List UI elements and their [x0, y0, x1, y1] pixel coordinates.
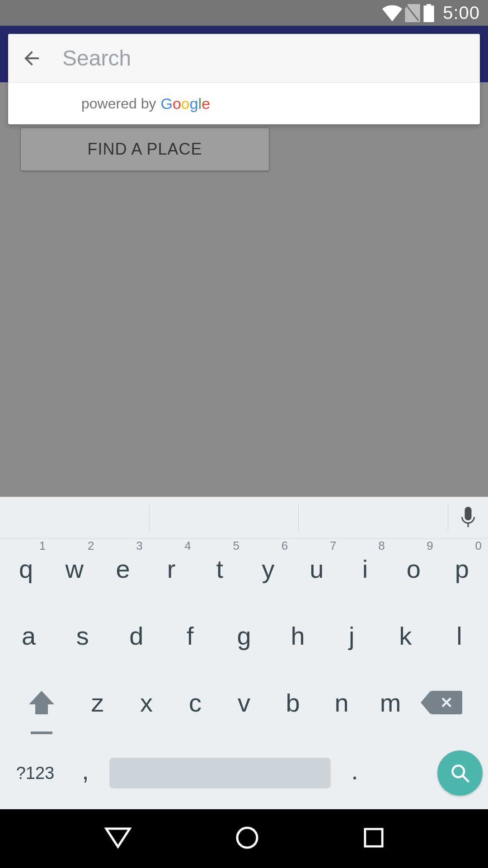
microphone-icon: [460, 507, 476, 528]
recents-nav-button[interactable]: [363, 827, 384, 850]
key-k[interactable]: k: [379, 610, 432, 661]
key-f[interactable]: f: [163, 610, 217, 661]
shift-key[interactable]: [10, 677, 73, 728]
key-w[interactable]: 2w: [50, 543, 99, 594]
navigation-bar: [0, 809, 488, 868]
key-v[interactable]: v: [220, 677, 268, 728]
key-g[interactable]: g: [217, 610, 271, 661]
square-icon: [363, 827, 384, 848]
circle-icon: [235, 826, 259, 849]
powered-by-row: powered by Google: [8, 83, 480, 124]
backspace-key[interactable]: ✕: [415, 677, 478, 728]
shift-icon: [29, 691, 54, 714]
status-time: 5:00: [443, 3, 480, 23]
key-t[interactable]: 5t: [196, 543, 244, 594]
key-o[interactable]: 9o: [389, 543, 438, 594]
back-button[interactable]: [19, 46, 44, 71]
back-nav-button[interactable]: [104, 827, 131, 850]
suggestion-slot-2[interactable]: [150, 505, 299, 530]
home-nav-button[interactable]: [235, 826, 259, 851]
svg-rect-4: [365, 829, 382, 846]
symbols-key[interactable]: ?123: [5, 764, 65, 783]
status-bar: 5:00: [0, 0, 488, 26]
key-l[interactable]: l: [432, 610, 486, 661]
key-u[interactable]: 7u: [292, 543, 341, 594]
key-row-4: ?123 , .: [0, 744, 488, 802]
key-j[interactable]: j: [325, 610, 379, 661]
key-c[interactable]: c: [171, 677, 220, 728]
suggestion-slot-1[interactable]: [0, 505, 150, 530]
key-n[interactable]: n: [317, 677, 366, 728]
key-z[interactable]: z: [73, 677, 122, 728]
find-place-button[interactable]: FIND A PLACE: [20, 127, 269, 171]
key-x[interactable]: x: [122, 677, 171, 728]
key-q[interactable]: 1q: [2, 543, 50, 594]
key-row-2: asdfghjkl: [2, 610, 486, 661]
arrow-back-icon: [21, 47, 42, 69]
key-row-1: 1q2w3e4r5t6y7u8i9o0p: [2, 543, 486, 594]
period-key[interactable]: .: [334, 756, 375, 791]
battery-icon: [423, 4, 435, 22]
keyboard: 1q2w3e4r5t6y7u8i9o0p asdfghjkl zxcvbnm ✕…: [0, 497, 488, 809]
google-logo: Google: [160, 95, 210, 113]
key-p[interactable]: 0p: [438, 543, 486, 594]
search-input[interactable]: [62, 46, 469, 71]
svg-point-3: [237, 828, 257, 848]
comma-key[interactable]: ,: [65, 756, 106, 791]
key-e[interactable]: 3e: [99, 543, 147, 594]
key-h[interactable]: h: [271, 610, 325, 661]
search-action-key[interactable]: [437, 750, 483, 796]
key-b[interactable]: b: [268, 677, 317, 728]
suggestion-bar: [0, 497, 488, 539]
search-overlay: powered by Google: [8, 34, 480, 124]
voice-input-button[interactable]: [448, 507, 488, 528]
space-key[interactable]: [109, 758, 331, 788]
backspace-icon: ✕: [431, 691, 462, 714]
key-i[interactable]: 8i: [341, 543, 389, 594]
find-place-label: FIND A PLACE: [87, 140, 202, 159]
shift-underline: [31, 731, 52, 734]
triangle-down-icon: [104, 827, 131, 849]
no-sim-icon: [405, 4, 420, 22]
key-y[interactable]: 6y: [244, 543, 292, 594]
key-d[interactable]: d: [109, 610, 163, 661]
powered-by-text: powered by: [81, 95, 156, 112]
svg-line-2: [463, 776, 469, 782]
key-r[interactable]: 4r: [147, 543, 196, 594]
key-row-3: zxcvbnm ✕: [2, 677, 486, 728]
search-icon: [450, 763, 470, 783]
key-a[interactable]: a: [2, 610, 56, 661]
search-header-row: [8, 34, 480, 83]
suggestion-slot-3[interactable]: [299, 505, 448, 530]
key-s[interactable]: s: [56, 610, 109, 661]
wifi-icon: [382, 4, 402, 22]
app-container: FIND A PLACE powered by Google 1q2: [0, 26, 488, 809]
key-m[interactable]: m: [366, 677, 415, 728]
